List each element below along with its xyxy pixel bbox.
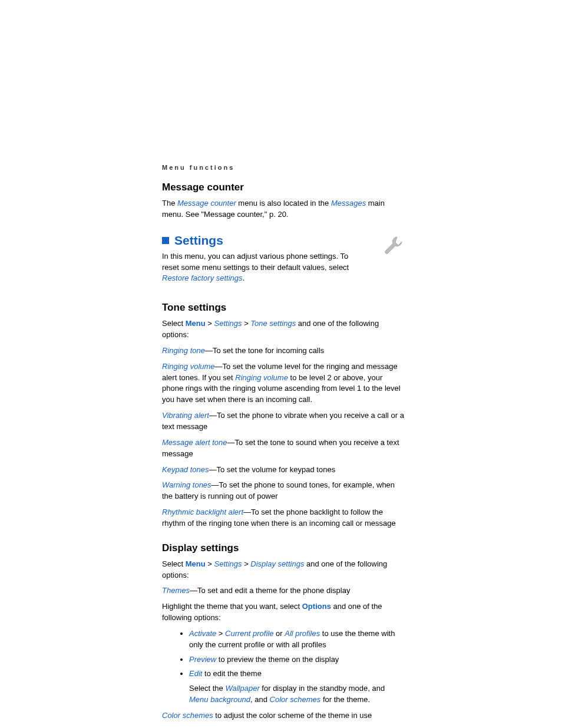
text: for the theme. <box>320 695 370 704</box>
text: , and <box>250 695 270 704</box>
paragraph-settings-intro: In this menu, you can adjust various pho… <box>162 251 362 285</box>
section-header: Menu functions <box>162 164 404 171</box>
nav-display-settings: Select Menu > Settings > Display setting… <box>162 559 404 581</box>
list-item-activate: Activate > Current profile or All profil… <box>189 628 404 651</box>
option-themes: Themes—To set and edit a theme for the p… <box>162 585 404 597</box>
heading-display-settings: Display settings <box>162 542 404 554</box>
edit-sub-paragraph: Select the Wallpaper for display in the … <box>189 683 404 706</box>
option-rhythmic-backlight: Rhythmic backlight alert—To set the phon… <box>162 507 404 529</box>
text: for display in the standby mode, and <box>260 684 385 693</box>
wrench-icon <box>381 233 404 259</box>
link-tone-settings[interactable]: Tone settings <box>250 319 296 328</box>
text: Select <box>162 319 186 328</box>
text: —To set and edit a theme for the phone d… <box>190 586 350 595</box>
link-display-settings[interactable]: Display settings <box>250 559 304 568</box>
link-all-profiles[interactable]: All profiles <box>285 629 320 638</box>
link-restore-factory[interactable]: Restore factory settings <box>162 274 243 282</box>
option-warning-tones: Warning tones—To set the phone to sound … <box>162 480 404 502</box>
text: —To set the tone for incoming calls <box>205 346 324 355</box>
link-options[interactable]: Options <box>302 602 331 611</box>
link-messages[interactable]: Messages <box>331 199 366 207</box>
link-settings[interactable]: Settings <box>214 319 242 328</box>
link-ringing-volume-2[interactable]: Ringing volume <box>235 373 288 382</box>
link-warning-tones[interactable]: Warning tones <box>162 480 211 489</box>
text: —To set the volume for keypad tones <box>209 465 336 474</box>
heading-settings-text: Settings <box>174 233 223 248</box>
text: Select the <box>189 684 225 693</box>
link-current-profile[interactable]: Current profile <box>225 629 273 638</box>
separator: > <box>242 559 251 568</box>
option-ringing-volume: Ringing volume—To set the volume level f… <box>162 361 404 406</box>
separator: > <box>242 319 251 328</box>
options-list: Activate > Current profile or All profil… <box>162 628 404 706</box>
option-ringing-tone: Ringing tone—To set the tone for incomin… <box>162 345 404 357</box>
link-color-schemes[interactable]: Color schemes <box>270 695 321 704</box>
link-keypad-tones[interactable]: Keypad tones <box>162 465 209 474</box>
heading-tone-settings: Tone settings <box>162 302 404 314</box>
link-message-alert-tone[interactable]: Message alert tone <box>162 438 227 447</box>
separator: > <box>206 559 214 568</box>
link-ringing-tone[interactable]: Ringing tone <box>162 346 205 355</box>
text: . <box>243 274 245 282</box>
option-vibrating-alert: Vibrating alert—To set the phone to vibr… <box>162 410 404 433</box>
text: In this menu, you can adjust various pho… <box>162 252 349 272</box>
heading-message-counter: Message counter <box>162 182 404 193</box>
link-menu[interactable]: Menu <box>186 559 206 568</box>
text: Highlight the theme that you want, selec… <box>162 602 302 611</box>
link-menu[interactable]: Menu <box>186 319 206 328</box>
link-vibrating-alert[interactable]: Vibrating alert <box>162 411 209 420</box>
separator: > <box>206 319 214 328</box>
square-bullet-icon <box>162 237 169 244</box>
link-settings[interactable]: Settings <box>214 559 242 568</box>
text: to edit the theme <box>202 669 261 678</box>
link-preview[interactable]: Preview <box>189 655 216 664</box>
text: or <box>273 629 285 638</box>
link-rhythmic-backlight[interactable]: Rhythmic backlight alert <box>162 508 243 516</box>
paragraph-message-counter: The Message counter menu is also located… <box>162 198 404 220</box>
option-keypad-tones: Keypad tones—To set the volume for keypa… <box>162 465 404 476</box>
link-color-schemes-2[interactable]: Color schemes <box>162 711 213 720</box>
link-themes[interactable]: Themes <box>162 586 190 595</box>
link-activate[interactable]: Activate <box>189 629 216 638</box>
link-menu-background[interactable]: Menu background <box>189 695 250 704</box>
text: to adjust the color scheme of the theme … <box>213 711 372 720</box>
link-message-counter[interactable]: Message counter <box>177 199 236 207</box>
text: to preview the theme on the display <box>216 655 339 664</box>
heading-settings: Settings <box>162 233 404 248</box>
separator: > <box>216 629 225 638</box>
link-wallpaper[interactable]: Wallpaper <box>225 684 259 693</box>
nav-tone-settings: Select Menu > Settings > Tone settings a… <box>162 318 404 341</box>
paragraph-highlight: Highlight the theme that you want, selec… <box>162 601 404 624</box>
list-item-edit: Edit to edit the theme Select the Wallpa… <box>189 668 404 706</box>
text: menu is also located in the <box>236 199 331 207</box>
link-ringing-volume[interactable]: Ringing volume <box>162 362 215 371</box>
list-item-preview: Preview to preview the theme on the disp… <box>189 654 404 666</box>
text: The <box>162 199 177 207</box>
text: Select <box>162 559 186 568</box>
link-edit[interactable]: Edit <box>189 669 202 678</box>
option-message-alert-tone: Message alert tone—To set the tone to so… <box>162 437 404 460</box>
option-color-schemes: Color schemes to adjust the color scheme… <box>162 710 404 722</box>
